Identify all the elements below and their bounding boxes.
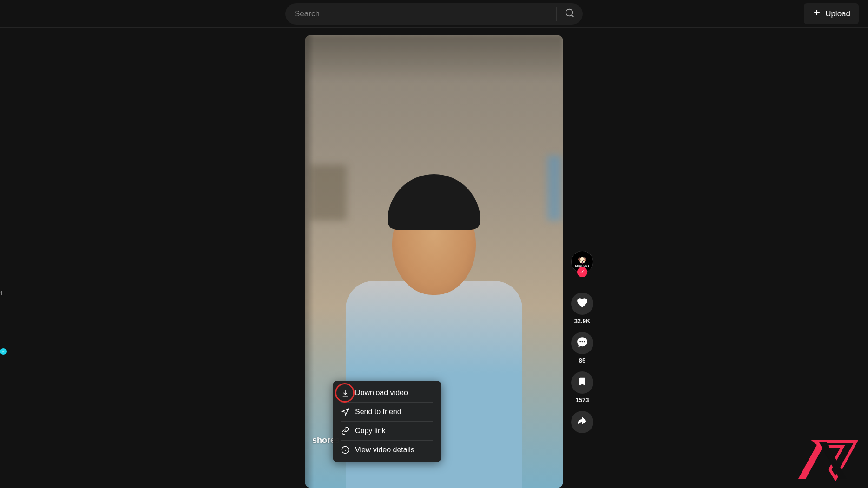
save-button[interactable] xyxy=(571,371,593,394)
upload-button[interactable]: Upload xyxy=(804,3,859,24)
svg-point-0 xyxy=(566,9,573,16)
video-player[interactable]: shores Download video xyxy=(305,35,563,488)
menu-item-download-video[interactable]: Download video xyxy=(333,384,441,402)
comment-count: 85 xyxy=(579,357,585,364)
avatar-image-icon: 🐶 xyxy=(578,257,587,264)
comment-button[interactable] xyxy=(571,332,593,354)
plus-icon xyxy=(812,8,822,20)
save-action: 1573 xyxy=(571,371,593,403)
video-frame: shores Download video xyxy=(305,35,563,488)
app-header: Upload xyxy=(0,0,868,28)
action-rail: 🐶 SHORESY ✓ 32.9K xyxy=(571,251,593,433)
search-input[interactable] xyxy=(285,9,556,19)
profile-avatar[interactable]: 🐶 SHORESY ✓ xyxy=(571,251,593,273)
send-icon xyxy=(341,408,349,416)
search-bar xyxy=(285,3,583,25)
heart-icon xyxy=(576,297,588,311)
menu-item-copy-link[interactable]: Copy link xyxy=(333,422,441,440)
menu-item-label: View video details xyxy=(355,446,414,454)
menu-item-label: Download video xyxy=(355,389,408,397)
share-action xyxy=(571,411,593,433)
profile-action: 🐶 SHORESY ✓ xyxy=(571,251,593,273)
search-button[interactable] xyxy=(557,3,583,25)
comment-action: 85 xyxy=(571,332,593,364)
menu-item-view-video-details[interactable]: View video details xyxy=(333,441,441,459)
svg-point-9 xyxy=(584,341,585,343)
main-content: 1 ✓ shores xyxy=(0,28,868,488)
save-count: 1573 xyxy=(576,397,589,403)
upload-label: Upload xyxy=(825,9,850,19)
search-icon xyxy=(565,8,575,20)
share-icon xyxy=(577,416,588,429)
info-icon xyxy=(341,446,349,454)
like-action: 32.9K xyxy=(571,293,593,325)
verified-badge-icon: ✓ xyxy=(0,348,7,355)
download-icon xyxy=(341,389,349,397)
bookmark-icon xyxy=(577,377,587,389)
watermark-logo-icon xyxy=(778,436,860,482)
check-icon: ✓ xyxy=(2,350,5,354)
like-count: 32.9K xyxy=(574,318,591,325)
comment-icon xyxy=(576,336,588,350)
check-icon: ✓ xyxy=(580,269,585,275)
svg-line-1 xyxy=(572,15,573,17)
edge-cut-number: 1 xyxy=(0,290,3,297)
menu-item-send-to-friend[interactable]: Send to friend xyxy=(333,403,441,421)
like-button[interactable] xyxy=(571,293,593,315)
link-icon xyxy=(341,427,349,435)
svg-point-8 xyxy=(582,341,583,343)
menu-item-label: Copy link xyxy=(355,427,386,435)
following-badge[interactable]: ✓ xyxy=(577,267,587,277)
svg-point-7 xyxy=(579,341,581,343)
menu-item-label: Send to friend xyxy=(355,408,401,416)
share-button[interactable] xyxy=(571,411,593,433)
context-menu: Download video Send to friend xyxy=(333,381,441,462)
